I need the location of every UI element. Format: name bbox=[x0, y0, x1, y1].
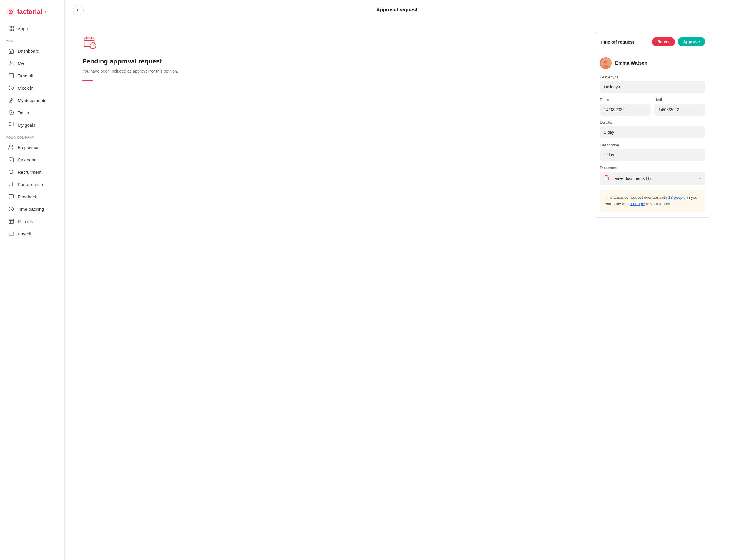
sidebar-item-my-goals[interactable]: My goals bbox=[2, 119, 62, 131]
topbar: Approval request bbox=[65, 0, 729, 20]
user-info: Emma Watson bbox=[600, 57, 705, 69]
document-field: Document Leave documents (1) ▾ bbox=[600, 166, 705, 185]
sidebar-item-feedback-label: Feedback bbox=[18, 194, 37, 199]
warning-text-pre: This absence request overlaps with bbox=[605, 195, 668, 200]
duration-value: 1 day bbox=[600, 126, 705, 138]
sidebar-item-recruitment[interactable]: Recruitment bbox=[2, 166, 62, 178]
sidebar-item-my-documents-label: My documents bbox=[18, 98, 46, 103]
leave-type-label: Leave type bbox=[600, 75, 705, 79]
you-section-label: YOU bbox=[0, 35, 64, 45]
card-title: Time off request bbox=[600, 39, 634, 44]
until-value: 14/08/2022 bbox=[654, 104, 705, 116]
warning-link-9-people[interactable]: 9 people bbox=[630, 202, 645, 206]
reject-button[interactable]: Reject bbox=[652, 37, 675, 46]
payroll-icon bbox=[8, 231, 14, 237]
sidebar-item-apps[interactable]: Apps bbox=[2, 23, 62, 34]
pending-title: Pending approval request bbox=[82, 58, 576, 65]
users-icon bbox=[8, 144, 14, 150]
sidebar-item-recruitment-label: Recruitment bbox=[18, 170, 41, 175]
page-title: Approval request bbox=[83, 7, 710, 13]
right-panel: Time off request Reject Approve bbox=[594, 32, 711, 548]
logo[interactable]: factorial ▾ bbox=[0, 5, 64, 22]
sidebar-item-clock-in-label: Clock in bbox=[18, 86, 33, 91]
description-field: Description 1 day bbox=[600, 143, 705, 161]
sidebar-item-time-tracking-label: Time tracking bbox=[18, 207, 44, 212]
logo-text: factorial bbox=[17, 8, 42, 16]
sidebar-item-dashboard[interactable]: Dashboard bbox=[2, 45, 62, 57]
sidebar-item-time-tracking[interactable]: Time tracking bbox=[2, 203, 62, 215]
from-label: From bbox=[600, 98, 651, 102]
left-panel: Pending approval request You have been i… bbox=[82, 32, 576, 548]
svg-rect-28 bbox=[9, 219, 14, 224]
svg-point-2 bbox=[10, 11, 11, 13]
sidebar-item-tasks[interactable]: Tasks bbox=[2, 107, 62, 118]
red-divider bbox=[82, 80, 93, 81]
sidebar-item-calendar[interactable]: Calendar bbox=[2, 154, 62, 166]
sidebar: factorial ▾ Apps YOU Dashboard Me Time o… bbox=[0, 0, 65, 560]
svg-rect-6 bbox=[12, 29, 14, 31]
sidebar-item-calendar-label: Calendar bbox=[18, 157, 36, 162]
duration-field: Duration 1 day bbox=[600, 120, 705, 138]
feedback-icon bbox=[8, 194, 14, 200]
from-field: From 14/08/2022 bbox=[600, 98, 651, 116]
sidebar-item-dashboard-label: Dashboard bbox=[18, 49, 39, 54]
sidebar-item-payroll[interactable]: Payroll bbox=[2, 228, 62, 240]
svg-point-24 bbox=[9, 170, 13, 174]
until-field: Until 14/08/2022 bbox=[654, 98, 705, 116]
apps-icon bbox=[8, 26, 14, 31]
sidebar-item-feedback[interactable]: Feedback bbox=[2, 191, 62, 203]
page-body: Pending approval request You have been i… bbox=[65, 20, 729, 560]
document-file-icon bbox=[604, 175, 609, 182]
duration-label: Duration bbox=[600, 120, 705, 125]
file-doc-icon bbox=[604, 175, 609, 180]
document-value: Leave documents (1) bbox=[612, 176, 651, 181]
main-content: Approval request Pending approval reques… bbox=[65, 0, 729, 560]
pending-description: You have been included as approver for t… bbox=[82, 68, 576, 74]
clock-icon bbox=[8, 85, 14, 91]
pending-icon bbox=[82, 35, 576, 53]
svg-point-41 bbox=[604, 60, 608, 64]
card-body: Emma Watson Leave type Holidays From 14/… bbox=[594, 51, 711, 217]
sidebar-item-employees[interactable]: Employees bbox=[2, 141, 62, 153]
sidebar-item-my-documents[interactable]: My documents bbox=[2, 94, 62, 106]
logo-chevron-icon: ▾ bbox=[45, 10, 46, 14]
sidebar-item-performance[interactable]: Performance bbox=[2, 178, 62, 190]
file-icon bbox=[8, 97, 14, 103]
document-dropdown[interactable]: Leave documents (1) ▾ bbox=[600, 172, 705, 185]
svg-point-18 bbox=[9, 145, 11, 147]
home-icon bbox=[8, 48, 14, 54]
document-chevron-icon: ▾ bbox=[699, 176, 701, 181]
card-header: Time off request Reject Approve bbox=[594, 32, 711, 51]
svg-line-25 bbox=[12, 173, 14, 174]
approve-button[interactable]: Approve bbox=[678, 37, 705, 46]
sidebar-item-performance-label: Performance bbox=[18, 182, 43, 187]
svg-rect-4 bbox=[12, 26, 14, 28]
calendar-icon bbox=[8, 73, 14, 78]
leave-type-field: Leave type Holidays bbox=[600, 75, 705, 93]
reports-icon bbox=[8, 218, 14, 224]
sidebar-item-apps-label: Apps bbox=[18, 26, 28, 31]
document-label: Document bbox=[600, 166, 705, 170]
back-button[interactable] bbox=[73, 5, 83, 15]
sidebar-item-time-off-label: Time off bbox=[18, 73, 33, 78]
svg-rect-8 bbox=[9, 73, 14, 78]
date-row: From 14/08/2022 Until 14/08/2022 bbox=[600, 98, 705, 116]
sidebar-item-me[interactable]: Me bbox=[2, 57, 62, 69]
warning-link-18-people[interactable]: 18 people bbox=[668, 195, 685, 200]
sidebar-item-payroll-label: Payroll bbox=[18, 231, 31, 236]
your-company-section-label: YOUR COMPANY bbox=[0, 131, 64, 141]
sidebar-item-reports[interactable]: Reports bbox=[2, 215, 62, 227]
sidebar-item-clock-in[interactable]: Clock in bbox=[2, 82, 62, 94]
sidebar-item-my-goals-label: My goals bbox=[18, 123, 35, 128]
sidebar-item-time-off[interactable]: Time off bbox=[2, 70, 62, 81]
description-value: 1 day bbox=[600, 149, 705, 161]
svg-point-43 bbox=[603, 62, 605, 63]
time-tracking-icon bbox=[8, 206, 14, 212]
calendar2-icon bbox=[8, 157, 14, 163]
svg-rect-19 bbox=[9, 158, 14, 162]
factorial-logo-icon bbox=[6, 7, 15, 16]
description-label: Description bbox=[600, 143, 705, 147]
card-actions: Reject Approve bbox=[652, 37, 705, 46]
sidebar-item-reports-label: Reports bbox=[18, 219, 33, 224]
warning-box: This absence request overlaps with 18 pe… bbox=[600, 190, 705, 211]
